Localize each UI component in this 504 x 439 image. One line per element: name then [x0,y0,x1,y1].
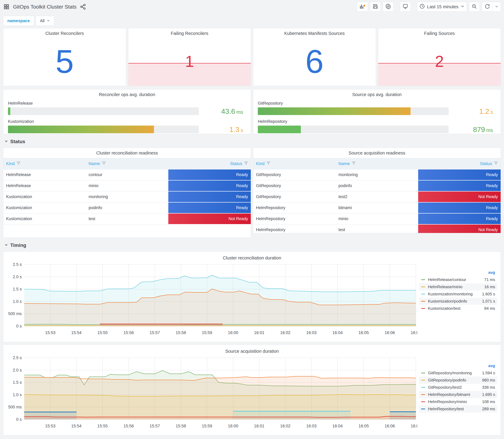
table-row: GitRepositorytest2Not Ready [253,192,501,203]
time-series-plot[interactable]: 0 s500 ms1.0 s1.5 s2.0 s2.5 s15:5315:541… [6,354,418,435]
zoom-out-button[interactable] [469,2,480,12]
bar-gauge-fill [258,107,410,115]
svg-text:16:00: 16:00 [228,424,238,428]
refresh-icon [484,3,490,10]
legend-series-name[interactable]: HelmRelease/minio [428,284,484,289]
save-dashboard-button[interactable] [370,2,381,12]
legend-series-name[interactable]: GitRepository/monitoring [428,371,482,375]
cell-status: Ready [418,181,501,192]
cell-status: Not Ready [418,225,501,233]
section-status[interactable]: Status [4,138,501,145]
cell-kind: Kustomization [3,214,86,225]
cell-status: Ready [418,203,501,214]
refresh-button[interactable] [482,2,492,12]
source-acquisition-chart-panel: Source acquisition duration0 s500 ms1.0 … [3,345,501,435]
dashboard-settings-button[interactable] [383,2,393,12]
dashboard-grid-icon[interactable] [3,3,10,10]
filter-icon[interactable] [494,161,498,166]
stat-title[interactable]: Failing Sources [378,28,501,36]
legend-series-name[interactable]: HelmRepository/minio [428,399,482,404]
cell-name: test2 [336,192,418,203]
column-header-kind[interactable]: Kind [3,161,86,166]
time-range-label: Last 15 minutes [427,4,458,9]
column-header-status[interactable]: Status [168,161,251,166]
cell-kind: GitRepository [253,192,336,203]
add-panel-button[interactable] [357,2,368,12]
panel-title[interactable]: Cluster reconciliation readiness [3,148,251,156]
table-row: HelmReleaseminioReady [3,181,251,192]
refresh-interval-dropdown[interactable] [492,2,501,12]
legend-item[interactable]: GitRepository/podinfo980 ms [419,377,497,384]
namespace-filter-selected: All [40,19,45,23]
cell-status: Ready [168,192,251,203]
namespace-filter-value[interactable]: All [36,16,54,26]
svg-text:0 s: 0 s [16,417,22,422]
bar-gauge-track [258,107,449,115]
stat-title[interactable]: Failing Reconcilers [128,28,251,36]
legend-item[interactable]: Kustomization/monitoring1.605 s [419,291,497,298]
svg-text:15:59: 15:59 [202,424,212,428]
bar-gauge: 1.3s [8,125,246,134]
column-header-name[interactable]: Name [86,161,168,166]
stat-panel: Kubernetes Manifests Sources6 [253,28,376,86]
legend-item[interactable]: HelmRelease/minio16 ms [419,283,497,291]
legend-item[interactable]: GitRepository/test2338 ms [419,384,497,391]
stat-panel: Failing Reconcilers1 [128,28,251,86]
time-series-plot[interactable]: 0 s500 ms1.0 s1.5 s2.0 s2.5 s15:5315:541… [6,261,418,341]
legend-series-name[interactable]: GitRepository/podinfo [428,378,482,383]
cell-status: Ready [418,214,501,225]
legend-item[interactable]: Kustomization/test84 ms [419,305,497,312]
legend-series-avg: 1.695 s [482,392,495,397]
column-header-kind[interactable]: Kind [253,161,336,166]
gauge-row: Reconciler ops avg. durationHelmRelease4… [3,89,501,134]
filter-icon[interactable] [102,161,106,166]
share-icon[interactable] [80,4,86,10]
legend-item[interactable]: HelmRepository/bitnami1.695 s [419,391,497,398]
namespace-filter-label[interactable]: namespace [3,16,34,26]
monitor-icon [402,3,408,10]
table-header-row: KindNameStatus [3,158,251,170]
legend-item[interactable]: Kustomization/podinfo1.071 s [419,298,497,305]
panel-title[interactable]: Cluster reconciliation duration [6,253,498,261]
legend-series-swatch [421,279,425,280]
legend-series-name[interactable]: HelmRelease/contour [428,277,484,282]
table-row: HelmReleasecontourReady [3,170,251,181]
time-range-picker[interactable]: Last 15 minutes [417,2,467,12]
cell-status: Ready [168,203,251,214]
filter-icon[interactable] [16,161,21,166]
legend-item[interactable]: GitRepository/monitoring1.594 s [419,369,497,377]
legend-series-name[interactable]: Kustomization/podinfo [428,299,482,304]
section-timing[interactable]: Timing [4,242,501,248]
cell-status: Not Ready [418,192,501,203]
legend-avg-header: avg [419,270,497,276]
legend-series-name[interactable]: HelmRepository/bitnami [428,392,482,397]
tables-row: Cluster reconciliation readinessKindName… [3,148,501,238]
legend-item[interactable]: HelmRelease/contour71 ms [419,276,497,283]
page-title: GitOps Toolkit Cluster Stats [13,4,76,10]
toolbar: Last 15 minutes [357,2,501,12]
panel-title[interactable]: Source acquisition duration [6,346,498,354]
panel-title[interactable]: Reconciler ops avg. duration [8,89,246,97]
svg-text:15:59: 15:59 [202,330,212,335]
filter-icon[interactable] [352,161,356,166]
legend-series-name[interactable]: Kustomization/test [428,306,484,311]
legend-series-name[interactable]: GitRepository/test2 [428,385,482,390]
chart-body: 0 s500 ms1.0 s1.5 s2.0 s2.5 s15:5315:541… [6,261,498,341]
column-header-name[interactable]: Name [336,161,418,166]
stat-title[interactable]: Kubernetes Manifests Sources [253,28,376,36]
legend-item[interactable]: HelmRepository/minio108 ms [419,398,497,405]
filter-icon[interactable] [244,161,248,166]
legend-series-name[interactable]: HelmRepository/test [428,407,482,411]
legend-item[interactable]: HelmRepository/test289 ms [419,405,497,413]
cell-name: contour [86,170,168,181]
column-header-status[interactable]: Status [418,161,501,166]
stat-title[interactable]: Cluster Reconcilers [3,28,126,36]
tv-mode-button[interactable] [400,2,411,12]
svg-text:16:03: 16:03 [306,424,317,428]
panel-title[interactable]: Source acquisition readiness [253,148,501,156]
cell-kind: HelmRelease [3,170,86,181]
filter-icon[interactable] [266,161,270,166]
legend-series-name[interactable]: Kustomization/monitoring [428,292,482,296]
panel-title[interactable]: Source ops avg. duration [258,89,496,97]
svg-text:16:01: 16:01 [254,424,264,428]
